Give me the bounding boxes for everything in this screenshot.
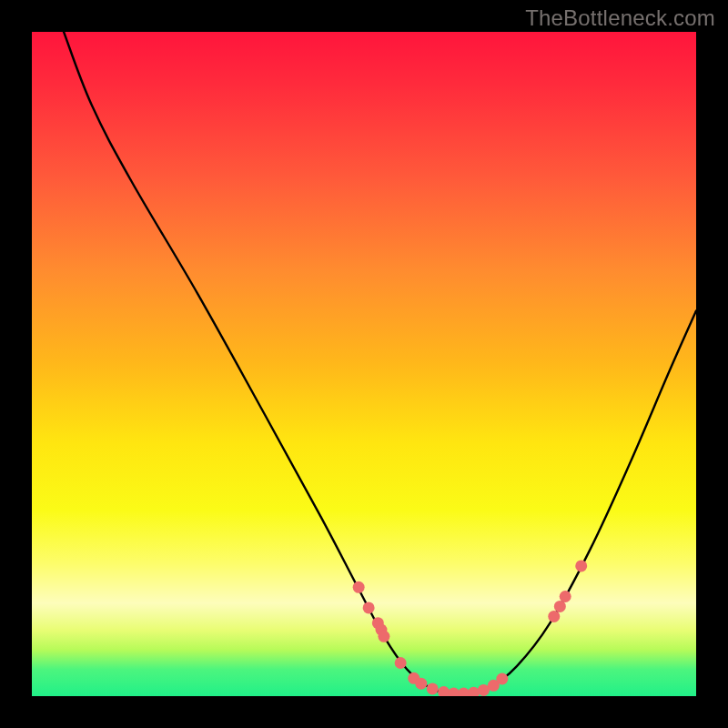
data-marker xyxy=(363,602,375,613)
data-marker xyxy=(554,601,566,612)
data-marker xyxy=(448,688,460,696)
chart-svg xyxy=(32,32,696,696)
attribution-text: TheBottleneck.com xyxy=(525,5,715,31)
data-markers xyxy=(353,560,588,696)
data-marker xyxy=(427,682,439,694)
data-marker xyxy=(378,631,389,642)
data-marker xyxy=(496,673,508,685)
data-marker xyxy=(438,686,450,696)
bottleneck-curve xyxy=(64,32,696,694)
data-marker xyxy=(415,678,427,690)
data-marker xyxy=(548,611,560,622)
data-marker xyxy=(353,581,365,593)
data-marker xyxy=(468,687,480,696)
chart-container: TheBottleneck.com xyxy=(0,0,728,728)
data-marker xyxy=(575,560,587,571)
data-marker xyxy=(560,591,571,602)
data-marker xyxy=(395,657,407,669)
plot-area xyxy=(32,32,696,696)
